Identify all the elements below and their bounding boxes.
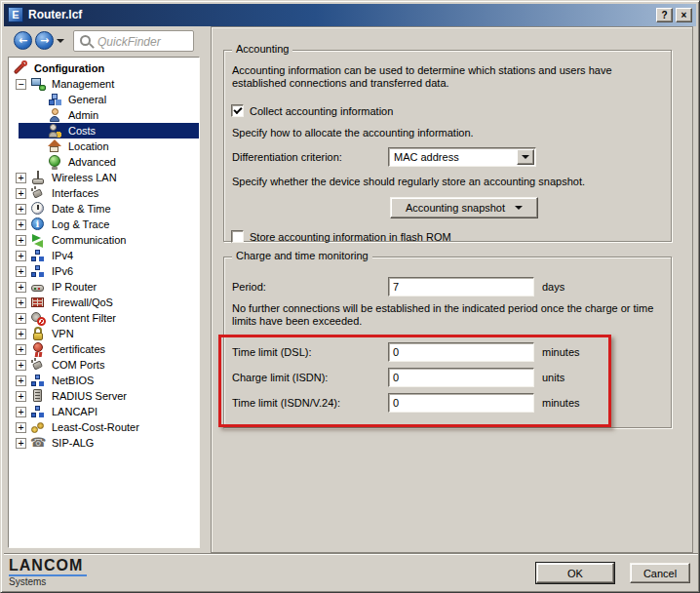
accounting-snapshot-button[interactable]: Accounting snapshot <box>390 197 538 218</box>
sidebar-item-label: SIP-ALG <box>49 436 97 450</box>
expand-box-icon[interactable]: + <box>16 282 26 293</box>
help-button[interactable]: ? <box>656 8 673 22</box>
expand-box-icon[interactable]: + <box>16 438 26 449</box>
collapse-box-icon[interactable]: − <box>16 79 26 90</box>
sidebar-item-date-time[interactable]: +Date & Time <box>9 201 199 217</box>
sidebar-item-least-cost-router[interactable]: +Least-Cost-Router <box>9 419 199 435</box>
router-icon <box>30 279 46 295</box>
server-icon <box>30 388 46 404</box>
network-icon <box>30 248 46 263</box>
brickwall-icon <box>30 295 46 310</box>
sidebar-item-netbios[interactable]: +NetBIOS <box>9 373 199 388</box>
expand-box-icon[interactable]: + <box>16 391 26 402</box>
charge-group-title: Charge and time monitoring <box>232 250 372 262</box>
sidebar-item-radius-server[interactable]: +RADIUS Server <box>9 388 199 404</box>
sidebar-item-certificates[interactable]: +Certificates <box>9 341 199 357</box>
sidebar-item-general[interactable]: General <box>9 92 199 107</box>
differentiation-criterion-select[interactable]: MAC address <box>388 147 536 167</box>
sidebar-item-lancapi[interactable]: +LANCAPI <box>9 404 199 419</box>
search-icon <box>80 35 91 46</box>
expand-box-icon[interactable]: + <box>16 313 26 324</box>
expand-box-icon[interactable]: + <box>16 173 26 183</box>
antenna-icon <box>30 170 46 185</box>
sidebar-item-advanced[interactable]: Advanced <box>9 154 199 170</box>
sidebar-item-costs[interactable]: Costs <box>9 123 199 138</box>
titlebar: Router.lcf ? × <box>4 4 696 26</box>
sidebar-item-com-ports[interactable]: +COM Ports <box>9 357 199 373</box>
expand-box-icon[interactable]: + <box>16 422 26 433</box>
configuration-tree: Configuration−ManagementGeneralAdminCost… <box>9 58 199 451</box>
sidebar-item-location[interactable]: Location <box>9 138 199 154</box>
expand-box-icon[interactable]: + <box>16 188 26 199</box>
forward-button[interactable] <box>35 31 54 50</box>
expand-box-icon[interactable]: + <box>16 407 26 417</box>
period-unit: days <box>542 281 564 294</box>
sidebar-item-log-trace[interactable]: +Log & Trace <box>9 217 199 232</box>
sidebar-item-ipv4[interactable]: +IPv4 <box>9 248 199 263</box>
cancel-button[interactable]: Cancel <box>630 563 690 583</box>
quickfinder-input[interactable] <box>96 32 193 52</box>
sidebar-item-ipv6[interactable]: +IPv6 <box>9 263 199 279</box>
sidebar-item-admin[interactable]: Admin <box>9 107 199 123</box>
dialog-window: Router.lcf ? × Configuration−ManagementG… <box>0 0 700 593</box>
arrows-icon <box>30 232 46 248</box>
sidebar-item-ip-router[interactable]: +IP Router <box>9 279 199 295</box>
sidebar-item-sip-alg[interactable]: +SIP-ALG <box>9 435 199 451</box>
expand-box-icon[interactable]: + <box>16 329 26 339</box>
sidebar-item-wireless-lan[interactable]: +Wireless LAN <box>9 170 199 185</box>
differentiation-criterion-value: MAC address <box>394 151 459 163</box>
nav-history-dropdown-icon[interactable] <box>57 39 64 43</box>
collect-accounting-checkbox[interactable] <box>231 104 244 117</box>
wrench-icon <box>13 60 28 76</box>
window-title: Router.lcf <box>28 8 82 21</box>
accounting-snapshot-button-label: Accounting snapshot <box>406 202 505 214</box>
sidebar-item-vpn[interactable]: +VPN <box>9 326 199 341</box>
expand-box-icon[interactable]: + <box>16 266 26 277</box>
ok-button[interactable]: OK <box>536 563 614 583</box>
lancom-logo: LANCOM Systems <box>9 558 87 587</box>
sidebar-item-label: IPv4 <box>49 249 76 262</box>
sidebar-item-label: Date & Time <box>49 202 114 216</box>
sidebar-item-configuration[interactable]: Configuration <box>9 60 199 76</box>
filter-icon <box>30 310 46 326</box>
sidebar-item-communication[interactable]: +Communication <box>9 232 199 248</box>
sidebar-item-label: Interfaces <box>49 186 101 200</box>
expand-box-icon[interactable]: + <box>16 376 26 386</box>
store-flash-rom-checkbox[interactable] <box>231 230 244 243</box>
snapshot-text: Specify whether the device should regula… <box>232 176 669 188</box>
sidebar-item-label: Log & Trace <box>49 217 112 231</box>
sidebar-item-firewall-qos[interactable]: +Firewall/QoS <box>9 295 199 310</box>
back-button[interactable] <box>14 31 32 50</box>
expand-box-icon[interactable]: + <box>16 297 26 308</box>
sidebar-item-label: Least-Cost-Router <box>49 420 142 434</box>
combo-dropdown-button[interactable] <box>517 149 534 165</box>
phone-icon <box>30 435 46 451</box>
expand-box-icon[interactable]: + <box>16 204 26 215</box>
expand-box-icon[interactable]: + <box>16 344 26 355</box>
globe-icon <box>47 154 62 170</box>
user-icon <box>47 107 62 123</box>
period-input[interactable] <box>388 277 534 296</box>
quickfinder-searchbox[interactable] <box>73 30 194 52</box>
sidebar-item-label: Management <box>49 77 117 91</box>
sidebar-item-label: NetBIOS <box>49 374 97 387</box>
store-flash-rom-label: Store accounting information in flash RO… <box>250 231 451 244</box>
expand-box-icon[interactable]: + <box>16 235 26 246</box>
network-icon <box>30 373 46 388</box>
allocate-text: Specify how to allocate the accounting i… <box>232 127 669 139</box>
sidebar-item-content-filter[interactable]: +Content Filter <box>9 310 199 326</box>
sidebar-item-label: Firewall/QoS <box>49 296 116 309</box>
sidebar-item-interfaces[interactable]: +Interfaces <box>9 185 199 201</box>
coins-icon <box>30 419 46 435</box>
expand-box-icon[interactable]: + <box>16 251 26 261</box>
collect-accounting-label: Collect accounting information <box>250 105 393 118</box>
close-button[interactable]: × <box>676 8 692 22</box>
cubes-icon <box>47 92 62 107</box>
expand-box-icon[interactable]: + <box>16 219 26 230</box>
sidebar-item-label: Costs <box>65 124 98 138</box>
expand-box-icon[interactable]: + <box>16 360 26 371</box>
network-icon <box>30 404 46 419</box>
sidebar-item-management[interactable]: −Management <box>9 76 199 92</box>
chevron-down-icon <box>522 155 529 159</box>
chevron-down-icon <box>515 206 523 210</box>
